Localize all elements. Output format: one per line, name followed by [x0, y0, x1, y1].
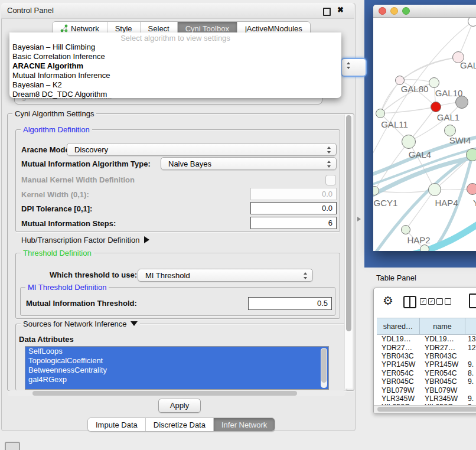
deselect-all-icon[interactable] — [436, 298, 451, 305]
table-cell: YDR27… — [377, 344, 420, 352]
table-cell: YLR345W — [377, 394, 420, 403]
list-scrollbar-thumb[interactable] — [321, 348, 327, 383]
network-node[interactable] — [455, 96, 468, 109]
algorithm-option-aracne-algorithm[interactable]: ARACNE Algorithm — [9, 61, 341, 71]
table-cell: YER054C — [420, 369, 465, 377]
mi-steps-field[interactable]: 6 — [250, 217, 337, 229]
document-icon[interactable] — [469, 294, 476, 308]
table-hscroll-thumb[interactable] — [377, 407, 476, 412]
node-label: SWI4 — [449, 135, 471, 145]
column-header-cut[interactable] — [465, 318, 476, 334]
attribute-item-selfloops[interactable]: SelfLoops — [25, 347, 328, 356]
table-cell: 9. — [465, 377, 476, 386]
column-chooser-icon[interactable] — [403, 296, 416, 308]
table-cell: YPR145W — [420, 360, 465, 369]
network-node-hap2[interactable] — [401, 225, 410, 234]
network-node-gal4[interactable] — [402, 135, 416, 149]
network-canvas[interactable]: GALGAL80GAL10GAL1GAL11SWI4GAL4GCY1HAP4YH… — [373, 18, 476, 251]
attribute-item-topologicalcoefficient[interactable]: TopologicalCoefficient — [25, 356, 328, 366]
table-cell: YBL079W — [377, 386, 420, 394]
splitter-handle-icon[interactable] — [357, 217, 361, 221]
algorithm-option-bayesian-hill-climbing[interactable]: Bayesian – Hill Climbing — [9, 43, 341, 52]
table-row[interactable]: YDR27…YDR27…12 — [377, 343, 476, 351]
network-node-hap4[interactable] — [428, 183, 441, 196]
focused-combobox-fragment[interactable] — [341, 58, 367, 77]
node-label: GAL11 — [381, 119, 408, 129]
table-row[interactable]: YDL19…YDL19…13 — [377, 335, 476, 343]
network-node-gal10[interactable] — [429, 77, 439, 88]
sources-group-title[interactable]: Sources for Network Inference — [21, 319, 140, 328]
which-threshold-label: Which threshold to use: — [50, 270, 137, 279]
data-attributes-list[interactable]: SelfLoopsTopologicalCoefficientBetweenne… — [25, 346, 329, 390]
minimized-panel-icon[interactable] — [5, 442, 20, 450]
manual-kernel-width-label: Manual Kernel Width Definition — [21, 175, 135, 184]
algorithm-option-basic-correlation-inference[interactable]: Basic Correlation Inference — [9, 52, 341, 61]
node-label: GAL1 — [437, 112, 459, 122]
algorithm-option-bayesian-k2[interactable]: Bayesian – K2 — [9, 80, 341, 90]
subtab-label: Infer Network — [221, 420, 267, 429]
table-row[interactable]: YBR043CYBR043C — [377, 352, 476, 360]
apply-button[interactable]: Apply — [158, 399, 201, 413]
network-window-titlebar[interactable] — [373, 5, 476, 18]
algorithm-definition-title: Algorithm Definition — [21, 125, 92, 134]
algorithm-option-mutual-information-inference[interactable]: Mutual Information Inference — [9, 71, 341, 80]
network-node-swi4[interactable] — [444, 125, 456, 136]
subtab-discretize-data[interactable]: Discretize Data — [146, 418, 214, 431]
network-node[interactable] — [466, 148, 476, 161]
select-all-icon[interactable]: ✓✓ — [420, 298, 435, 305]
manual-kernel-width-checkbox[interactable] — [325, 175, 336, 185]
settings-gear-icon[interactable]: ⚙ — [383, 294, 393, 308]
column-header-name[interactable]: name — [420, 318, 465, 334]
attribute-item-gal4rgexp[interactable]: gal4RGexp — [25, 375, 328, 384]
close-icon[interactable]: ✖ — [337, 5, 344, 14]
hub-definition-toggle[interactable]: Hub/Transcription Factor Definition — [21, 236, 149, 244]
settings-vertical-scrollbar[interactable] — [344, 115, 353, 389]
table-row[interactable]: YPR145WYPR145W9. — [377, 360, 476, 369]
network-node-gal11[interactable] — [376, 109, 385, 118]
table-cell: YBR043C — [377, 352, 420, 360]
mi-algorithm-type-select[interactable]: Naive Bayes — [161, 157, 337, 170]
network-node[interactable] — [420, 244, 429, 251]
table-toolbar: ⚙ ✓✓ — [374, 288, 476, 318]
float-window-icon[interactable] — [323, 8, 331, 16]
table-row[interactable]: YBR045CYBR045C9. — [377, 377, 476, 386]
algorithm-option-dream8-dc-tdc-algorithm[interactable]: Dream8 DC_TDC Algorithm — [9, 90, 341, 99]
settings-horizontal-scrollbar[interactable] — [8, 390, 345, 396]
table-row[interactable]: YER054CYER054C8. — [377, 369, 476, 377]
table-horizontal-scrollbar[interactable] — [374, 405, 476, 413]
kernel-width-field[interactable]: 0.0 — [250, 188, 337, 200]
attribute-item-betweennesscentrality[interactable]: BetweennessCentrality — [25, 366, 328, 375]
network-node-gal1[interactable] — [431, 102, 441, 112]
stepper-arrows-icon — [327, 146, 331, 154]
minimize-traffic-light-icon[interactable] — [390, 7, 398, 15]
zoom-traffic-light-icon[interactable] — [402, 7, 410, 15]
stepper-arrows-icon — [327, 161, 331, 168]
close-traffic-light-icon[interactable] — [379, 7, 386, 15]
mi-steps-label: Mutual Information Steps: — [21, 219, 116, 228]
list-scrollbar[interactable] — [321, 348, 327, 388]
application-window: Control Panel ✖ NetworkStyleSelectCyni T… — [0, 0, 476, 450]
network-node-y[interactable] — [467, 183, 476, 195]
table-header-row: shared…name — [377, 318, 476, 335]
subtab-infer-network[interactable]: Infer Network — [214, 418, 275, 431]
network-view-window[interactable]: GALGAL80GAL10GAL1GAL11SWI4GAL4GCY1HAP4YH… — [373, 5, 476, 251]
table-cell: YDR27… — [420, 344, 465, 352]
control-panel-titlebar[interactable]: Control Panel ✖ — [1, 3, 354, 19]
stepper-arrows-icon — [304, 272, 308, 279]
settings-hscroll-thumb[interactable] — [32, 391, 297, 396]
which-threshold-select[interactable]: MI Threshold — [138, 269, 313, 282]
network-node[interactable] — [468, 18, 476, 27]
node-label: Y — [473, 198, 476, 208]
table-panel-window: ⚙ ✓✓ shared…name YDL19…YDL19…13YDR27…YDR… — [373, 288, 476, 414]
column-header-shared[interactable]: shared… — [377, 318, 420, 334]
table-row[interactable]: YBL079WYBL079W — [377, 386, 476, 394]
table-cell: YDL19… — [377, 335, 420, 343]
tab-label: Cyni Toolbox — [185, 24, 229, 33]
table-cell: 12 — [465, 344, 476, 352]
dpi-tolerance-field[interactable]: 0.0 — [250, 202, 337, 214]
mi-threshold-field[interactable]: 0.5 — [248, 297, 332, 310]
subtab-impute-data[interactable]: Impute Data — [88, 418, 146, 431]
settings-vscroll-thumb[interactable] — [346, 115, 351, 331]
table-row[interactable]: YLR345WYLR345W9. — [377, 394, 476, 403]
aracne-mode-select[interactable]: Discovery — [67, 143, 337, 156]
